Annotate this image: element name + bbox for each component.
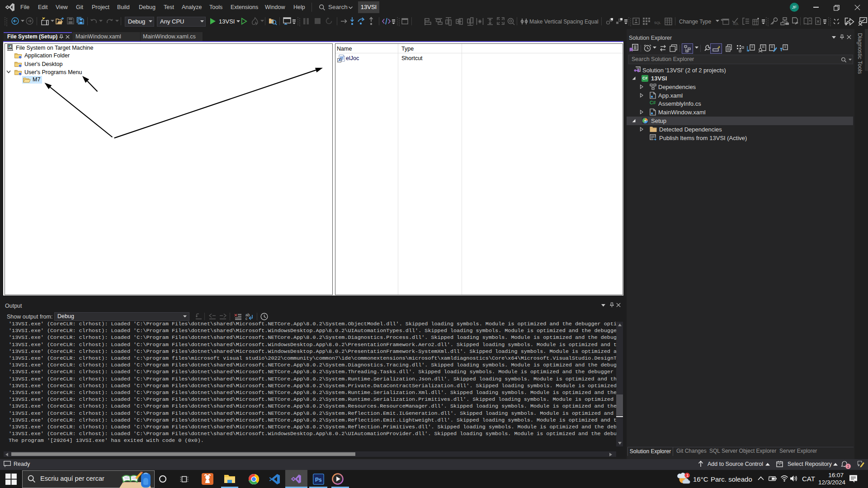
- svg-text:1: 1: [686, 473, 689, 478]
- svg-text:SQL: SQL: [733, 22, 739, 25]
- svg-text:Ps: Ps: [315, 477, 322, 483]
